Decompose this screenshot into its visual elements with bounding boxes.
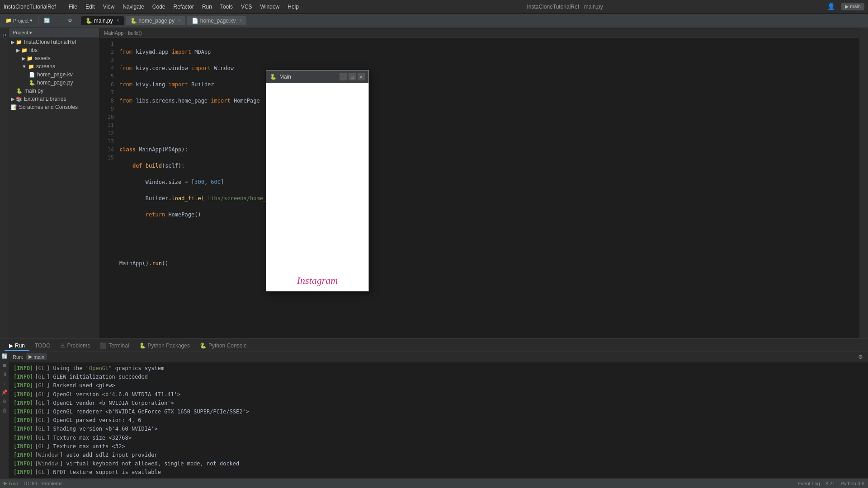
- close-home-page-kv[interactable]: ×: [240, 18, 242, 23]
- libs-folder-icon: ▶ 📁: [16, 47, 28, 53]
- console-line: [INFO] [Window ] auto add sdl2 input pro…: [14, 451, 863, 460]
- code-content[interactable]: 12345 678910 1112131415 from kivymd.app …: [99, 38, 859, 338]
- menu-edit[interactable]: Edit: [82, 3, 99, 11]
- problems-icon: ⚠: [60, 343, 65, 349]
- scratches-icon: 📝: [11, 104, 17, 110]
- tree-item-libs[interactable]: ▶ 📁 libs: [9, 46, 99, 54]
- menu-code[interactable]: Code: [149, 3, 169, 11]
- status-right: Event Log 8:21 Python 3.8: [797, 481, 864, 486]
- screens-folder-icon: ▼ 📁: [22, 64, 34, 70]
- status-time: 8:21: [826, 481, 835, 486]
- menu-navigate[interactable]: Navigate: [119, 3, 147, 11]
- python-version[interactable]: Python 3.8: [840, 481, 864, 486]
- project-icon[interactable]: P: [1, 33, 8, 41]
- run-config-bar[interactable]: ▶ main: [26, 353, 47, 360]
- tree-item-external-libs[interactable]: ▶ 📚 External Libraries: [9, 95, 99, 103]
- account-icon[interactable]: 👤: [827, 3, 835, 10]
- tab-main-py[interactable]: 🐍 main.py ×: [81, 16, 124, 25]
- code-editor: MainApp › build() 12345 678910 111213141…: [99, 28, 859, 338]
- menu-help[interactable]: Help: [284, 3, 302, 11]
- tab-python-console[interactable]: 🐍 Python Console: [195, 341, 251, 351]
- popup-window: 🐍 Main − □ × Instagram: [266, 70, 369, 291]
- toolbar-structure[interactable]: ≡: [55, 17, 63, 24]
- tab-run[interactable]: ▶ Run: [5, 341, 29, 351]
- code-text[interactable]: from kivymd.app import MDApp from kivy.c…: [118, 38, 859, 338]
- rerun-icon[interactable]: 🔄: [1, 353, 8, 361]
- main-py-icon: 🐍: [85, 18, 92, 24]
- status-todo[interactable]: TODO: [23, 481, 37, 486]
- tree-item-scratches[interactable]: 📝 Scratches and Consoles: [9, 103, 99, 111]
- bottom-tab-bar: ▶ Run TODO ⚠ Problems ⬛ Terminal 🐍 Pytho…: [0, 339, 868, 352]
- main-py-tree-icon: 🐍: [16, 88, 23, 94]
- menu-tools[interactable]: Tools: [217, 3, 236, 11]
- tab-home-page-kv[interactable]: 📄 home_page.kv ×: [187, 16, 247, 25]
- menu-run[interactable]: Run: [198, 3, 216, 11]
- settings-run-icon[interactable]: ⚙: [856, 353, 864, 361]
- line-numbers: 12345 678910 1112131415: [99, 38, 118, 338]
- right-sidebar: [859, 28, 868, 338]
- toolbar-refresh[interactable]: 🔄: [41, 17, 53, 24]
- status-run-btn[interactable]: ▶ Run: [4, 480, 18, 486]
- tree-item-screens[interactable]: ▼ 📁 screens: [9, 62, 99, 70]
- run-config-display[interactable]: ▶ main: [841, 3, 864, 10]
- status-problems[interactable]: Problems: [42, 481, 62, 486]
- console-line: [INFO] [GL ] Using the "OpenGL" graphics…: [14, 364, 863, 373]
- menu-vcs[interactable]: VCS: [237, 3, 256, 11]
- pause-icon[interactable]: ⏸: [1, 371, 8, 379]
- popup-minimize[interactable]: −: [340, 73, 347, 80]
- console-line: [INFO] [GL ] GLEW initialization succeed…: [14, 373, 863, 381]
- tab-python-packages[interactable]: 🐍 Python Packages: [135, 341, 194, 351]
- title-bar: InstaCloneTutorialRef File Edit View Nav…: [0, 0, 868, 14]
- menu-window[interactable]: Window: [257, 3, 283, 11]
- popup-titlebar: 🐍 Main − □ ×: [266, 70, 368, 83]
- bottom-panel: ▶ Run TODO ⚠ Problems ⬛ Terminal 🐍 Pytho…: [0, 338, 868, 478]
- tab-home-page-py[interactable]: 🐍 home_page.py ×: [126, 16, 185, 25]
- folder-icon: ▶ 📁: [11, 39, 22, 45]
- popup-app-icon: 🐍: [270, 74, 277, 80]
- toolbar: 📁Project▾ 🔄 ≡ ⚙ 🐍 main.py × 🐍 home_page.…: [0, 14, 868, 28]
- app-title: InstaCloneTutorialRef: [4, 4, 56, 10]
- file-tree-header: Project ▾: [9, 28, 99, 38]
- popup-maximize[interactable]: □: [349, 73, 356, 80]
- project-button[interactable]: 📁Project▾: [3, 17, 35, 24]
- tab-terminal[interactable]: ⬛ Terminal: [95, 341, 133, 351]
- kv-file-icon: 📄: [29, 72, 35, 78]
- tab-problems[interactable]: ⚠ Problems: [56, 341, 94, 351]
- toolbar-settings[interactable]: ⚙: [65, 17, 75, 24]
- breadcrumb-text: MainApp › build(): [104, 30, 142, 36]
- run-icon: ▶: [28, 354, 32, 360]
- tree-item-home-py[interactable]: 🐍 home_page.py: [9, 79, 99, 87]
- menu-refactor[interactable]: Refactor: [170, 3, 198, 11]
- trash-icon[interactable]: 🗑: [1, 408, 8, 415]
- run-label: Run:: [13, 354, 23, 360]
- status-bar: ▶ Run TODO Problems Event Log 8:21 Pytho…: [0, 478, 868, 488]
- menu-bar: File Edit View Navigate Code Refactor Ru…: [65, 3, 302, 11]
- left-icon-strip: P: [0, 28, 9, 338]
- pin-icon[interactable]: 📌: [1, 389, 8, 397]
- console-line: [INFO] [GL ] OpenGL version <b'4.6.0 NVI…: [14, 390, 863, 399]
- settings-bottom-icon[interactable]: ⚙: [1, 399, 8, 406]
- toolbar-sep2: [78, 16, 78, 25]
- console-line: [INFO] [GL ] OpenGL vendor <b'NVIDIA Cor…: [14, 399, 863, 408]
- toolbar-separator: [38, 16, 38, 25]
- assets-folder-icon: ▶ 📁: [22, 56, 33, 61]
- menu-view[interactable]: View: [99, 3, 118, 11]
- tree-item-root[interactable]: ▶ 📁 InstaCloneTutorialRef: [9, 38, 99, 46]
- close-main-py[interactable]: ×: [117, 18, 119, 23]
- stop-icon[interactable]: ⏹: [1, 362, 8, 370]
- console-output: [INFO] [GL ] Using the "OpenGL" graphics…: [9, 362, 868, 478]
- run-controls: ⚙: [856, 353, 864, 361]
- console-line: [INFO] [GL ] Texture max size <32768>: [14, 434, 863, 442]
- tree-item-main-py[interactable]: 🐍 main.py: [9, 87, 99, 95]
- tree-item-assets[interactable]: ▶ 📁 assets: [9, 54, 99, 62]
- close-home-page-py[interactable]: ×: [178, 18, 181, 23]
- tree-item-home-kv[interactable]: 📄 home_page.kv: [9, 70, 99, 79]
- event-log[interactable]: Event Log: [797, 481, 820, 486]
- home-page-py-icon: 🐍: [130, 18, 137, 24]
- popup-close[interactable]: ×: [358, 73, 365, 80]
- menu-file[interactable]: File: [65, 3, 81, 11]
- popup-title: 🐍 Main: [270, 74, 291, 80]
- down-icon[interactable]: ↓: [1, 380, 8, 388]
- popup-content: Instagram: [266, 83, 368, 291]
- tab-todo[interactable]: TODO: [30, 341, 55, 351]
